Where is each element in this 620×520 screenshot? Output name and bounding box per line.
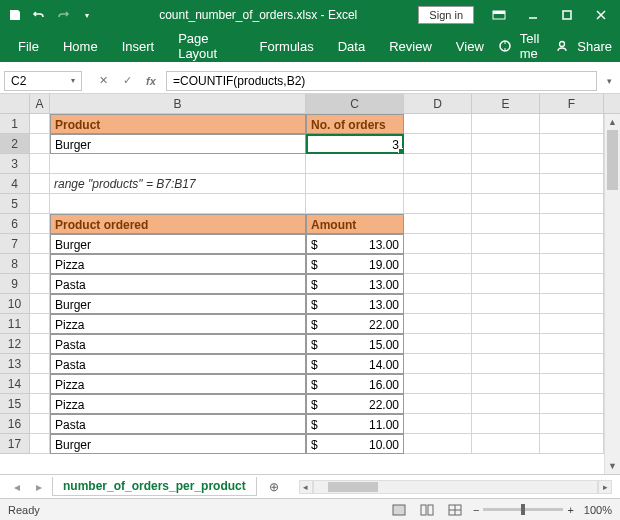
row-header[interactable]: 4 xyxy=(0,174,30,194)
formula-input[interactable]: =COUNTIF(products,B2) xyxy=(166,71,597,91)
normal-view-icon[interactable] xyxy=(389,502,409,518)
cell[interactable]: Pizza xyxy=(50,254,306,274)
cell[interactable] xyxy=(30,414,50,434)
cell[interactable] xyxy=(540,174,604,194)
sheet-nav-prev-icon[interactable]: ◂ xyxy=(8,480,26,494)
row-header[interactable]: 10 xyxy=(0,294,30,314)
name-box[interactable]: C2 ▾ xyxy=(4,71,82,91)
cell[interactable]: Pasta xyxy=(50,334,306,354)
row-header[interactable]: 7 xyxy=(0,234,30,254)
cell[interactable] xyxy=(540,194,604,214)
cell[interactable]: $15.00 xyxy=(306,334,404,354)
tab-pagelayout[interactable]: Page Layout xyxy=(168,25,245,67)
cell[interactable] xyxy=(540,154,604,174)
cell[interactable] xyxy=(540,294,604,314)
cell[interactable] xyxy=(50,154,306,174)
tab-view[interactable]: View xyxy=(446,33,494,60)
row-header[interactable]: 6 xyxy=(0,214,30,234)
cell[interactable] xyxy=(472,414,540,434)
col-header-D[interactable]: D xyxy=(404,94,472,113)
add-sheet-icon[interactable]: ⊕ xyxy=(261,480,287,494)
cell[interactable]: Product ordered xyxy=(50,214,306,234)
cell[interactable] xyxy=(472,394,540,414)
cell[interactable] xyxy=(404,354,472,374)
cell[interactable] xyxy=(30,374,50,394)
cell[interactable]: Amount xyxy=(306,214,404,234)
cell[interactable] xyxy=(472,114,540,134)
row-header[interactable]: 5 xyxy=(0,194,30,214)
cell[interactable] xyxy=(540,414,604,434)
cell[interactable] xyxy=(404,314,472,334)
cell[interactable] xyxy=(540,134,604,154)
close-icon[interactable] xyxy=(586,5,616,25)
cell[interactable] xyxy=(540,374,604,394)
cell[interactable] xyxy=(404,394,472,414)
cell[interactable]: Pasta xyxy=(50,274,306,294)
redo-icon[interactable] xyxy=(52,5,74,25)
row-header[interactable]: 13 xyxy=(0,354,30,374)
tab-review[interactable]: Review xyxy=(379,33,442,60)
tab-insert[interactable]: Insert xyxy=(112,33,165,60)
cell[interactable] xyxy=(404,254,472,274)
cell[interactable] xyxy=(30,434,50,454)
cell[interactable] xyxy=(404,234,472,254)
row-header[interactable]: 2 xyxy=(0,134,30,154)
col-header-E[interactable]: E xyxy=(472,94,540,113)
zoom-in-icon[interactable]: + xyxy=(567,504,573,516)
cell[interactable] xyxy=(540,274,604,294)
share-button[interactable]: Share xyxy=(577,39,612,54)
cell[interactable] xyxy=(50,194,306,214)
fx-icon[interactable]: fx xyxy=(142,72,160,90)
tab-formulas[interactable]: Formulas xyxy=(250,33,324,60)
tab-data[interactable]: Data xyxy=(328,33,375,60)
expand-formula-icon[interactable]: ▾ xyxy=(603,76,616,86)
cell[interactable] xyxy=(404,434,472,454)
cell[interactable]: $11.00 xyxy=(306,414,404,434)
maximize-icon[interactable] xyxy=(552,5,582,25)
qat-dropdown-icon[interactable]: ▾ xyxy=(76,5,98,25)
select-all-corner[interactable] xyxy=(0,94,30,113)
cell[interactable]: range "products" = B7:B17 xyxy=(50,174,306,194)
scroll-up-icon[interactable]: ▲ xyxy=(605,114,620,130)
cell[interactable] xyxy=(472,174,540,194)
cell[interactable] xyxy=(404,154,472,174)
cell[interactable] xyxy=(472,314,540,334)
cell[interactable] xyxy=(404,294,472,314)
cell[interactable]: Product xyxy=(50,114,306,134)
cell[interactable] xyxy=(30,294,50,314)
cell[interactable]: Pizza xyxy=(50,374,306,394)
cell[interactable]: $13.00 xyxy=(306,294,404,314)
cell[interactable] xyxy=(404,274,472,294)
cell[interactable] xyxy=(472,274,540,294)
cell[interactable]: $13.00 xyxy=(306,234,404,254)
tellme-icon[interactable] xyxy=(498,39,512,53)
pagelayout-view-icon[interactable] xyxy=(417,502,437,518)
zoom-slider[interactable] xyxy=(483,508,563,511)
col-header-A[interactable]: A xyxy=(30,94,50,113)
cell[interactable] xyxy=(306,174,404,194)
row-header[interactable]: 8 xyxy=(0,254,30,274)
cell[interactable] xyxy=(472,334,540,354)
row-header[interactable]: 3 xyxy=(0,154,30,174)
cell[interactable]: 3 xyxy=(306,134,404,154)
cell[interactable] xyxy=(30,334,50,354)
cell[interactable] xyxy=(540,354,604,374)
col-header-B[interactable]: B xyxy=(50,94,306,113)
cell[interactable]: $14.00 xyxy=(306,354,404,374)
cell[interactable] xyxy=(472,134,540,154)
hscroll-right-icon[interactable]: ▸ xyxy=(598,480,612,494)
cell[interactable]: $10.00 xyxy=(306,434,404,454)
cell[interactable] xyxy=(472,214,540,234)
row-header[interactable]: 15 xyxy=(0,394,30,414)
col-header-F[interactable]: F xyxy=(540,94,604,113)
cell[interactable] xyxy=(404,414,472,434)
cell[interactable] xyxy=(30,274,50,294)
hscroll-left-icon[interactable]: ◂ xyxy=(299,480,313,494)
cell[interactable]: $22.00 xyxy=(306,394,404,414)
col-header-C[interactable]: C xyxy=(306,94,404,113)
cell[interactable] xyxy=(472,354,540,374)
cell[interactable]: $16.00 xyxy=(306,374,404,394)
cell[interactable] xyxy=(404,334,472,354)
ribbon-options-icon[interactable] xyxy=(484,5,514,25)
tell-me[interactable]: Tell me xyxy=(520,31,540,61)
